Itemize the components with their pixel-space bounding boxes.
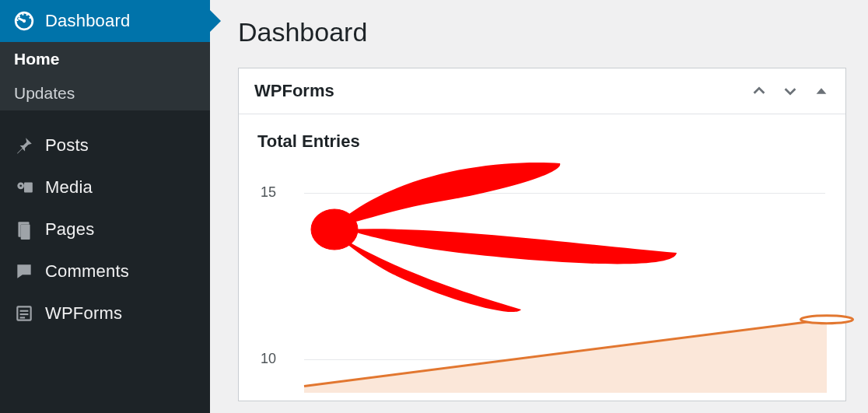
sidebar-item-label: Pages bbox=[45, 219, 94, 240]
chart-title: Total Entries bbox=[257, 131, 827, 152]
entries-chart: 1015 bbox=[257, 159, 827, 393]
svg-point-4 bbox=[19, 184, 22, 187]
widget-toggle-icon[interactable] bbox=[813, 82, 830, 100]
page-title: Dashboard bbox=[238, 17, 846, 47]
sidebar-sub-home[interactable]: Home bbox=[0, 42, 210, 76]
svg-rect-3 bbox=[24, 183, 33, 193]
sidebar-item-pages[interactable]: Pages bbox=[0, 208, 210, 250]
sidebar-item-label: WPForms bbox=[45, 303, 122, 324]
sidebar-item-label: Posts bbox=[45, 135, 89, 156]
main-content: Dashboard WPForms Total Entries 1015 bbox=[210, 0, 868, 413]
widget-title: WPForms bbox=[254, 81, 334, 101]
svg-point-13 bbox=[800, 316, 852, 324]
wpforms-icon bbox=[14, 303, 34, 324]
svg-point-1 bbox=[23, 19, 26, 23]
widget-move-up-icon[interactable] bbox=[751, 82, 768, 100]
chart-ytick: 15 bbox=[261, 184, 276, 201]
pin-icon bbox=[14, 135, 34, 156]
sidebar-item-dashboard[interactable]: Dashboard bbox=[0, 0, 210, 42]
sidebar-item-posts[interactable]: Posts bbox=[0, 124, 210, 166]
widget-move-down-icon[interactable] bbox=[782, 82, 799, 100]
widget-controls bbox=[751, 82, 830, 100]
media-icon bbox=[14, 177, 34, 198]
pages-icon bbox=[14, 219, 34, 240]
widget-body: Total Entries 1015 bbox=[239, 114, 845, 401]
chart-ytick: 10 bbox=[261, 351, 276, 367]
wpforms-widget: WPForms Total Entries 1015 bbox=[238, 68, 846, 401]
comment-icon bbox=[14, 261, 34, 282]
sidebar-item-label: Comments bbox=[45, 261, 129, 282]
sidebar-item-wpforms[interactable]: WPForms bbox=[0, 292, 210, 334]
sidebar-submenu: Home Updates bbox=[0, 42, 210, 110]
dashboard-icon bbox=[14, 11, 34, 31]
sidebar-item-label: Dashboard bbox=[45, 11, 130, 31]
svg-rect-7 bbox=[21, 225, 30, 240]
sidebar-item-comments[interactable]: Comments bbox=[0, 250, 210, 292]
sidebar-sub-updates[interactable]: Updates bbox=[0, 76, 210, 110]
sidebar-item-label: Media bbox=[45, 177, 93, 198]
widget-header: WPForms bbox=[239, 68, 845, 114]
admin-sidebar: Dashboard Home Updates Posts Media Pages bbox=[0, 0, 210, 413]
sidebar-separator bbox=[0, 110, 210, 124]
svg-marker-12 bbox=[817, 88, 827, 93]
sidebar-item-media[interactable]: Media bbox=[0, 166, 210, 208]
